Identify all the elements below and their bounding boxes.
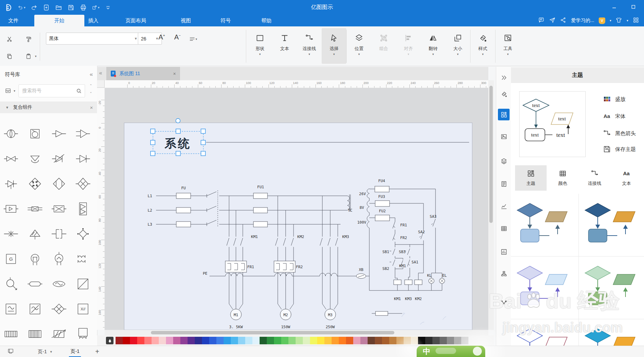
fill-color-icon[interactable] bbox=[106, 337, 114, 344]
copy-icon[interactable] bbox=[4, 51, 14, 61]
color-swatch[interactable] bbox=[260, 337, 267, 344]
skin-dropdown[interactable]: ▾ bbox=[627, 19, 628, 22]
symbol-g-box[interactable]: G bbox=[2, 250, 20, 268]
color-swatch[interactable] bbox=[123, 337, 130, 344]
color-swatch[interactable] bbox=[332, 337, 339, 344]
circuit-label-SA3[interactable]: SA3 bbox=[430, 214, 437, 219]
color-swatch[interactable] bbox=[432, 337, 440, 344]
symbol-triangle-arc[interactable] bbox=[26, 150, 44, 168]
circuit-label-FU4[interactable]: FU4 bbox=[378, 179, 385, 183]
library-dropdown[interactable]: ▾ bbox=[14, 89, 15, 93]
color-swatch[interactable] bbox=[375, 337, 382, 344]
panel-tab-颜色[interactable]: 颜色 bbox=[547, 165, 579, 191]
circuit-label-L3[interactable]: L3 bbox=[147, 222, 152, 227]
symbol-triangle-2in[interactable] bbox=[74, 125, 92, 143]
symbol-coil-box[interactable] bbox=[74, 325, 92, 343]
collapse-toolbar-icon[interactable] bbox=[104, 4, 112, 11]
circuit-label-8V[interactable]: 8V bbox=[359, 205, 364, 210]
color-swatch[interactable] bbox=[389, 337, 396, 344]
symbol-triangle-hatch[interactable] bbox=[26, 225, 44, 243]
decrease-font-icon[interactable]: A− bbox=[174, 33, 181, 41]
color-swatch[interactable] bbox=[353, 337, 360, 344]
color-swatch[interactable] bbox=[245, 337, 252, 344]
symbol-regulator-box[interactable] bbox=[26, 125, 44, 143]
circuit-label-FU3[interactable]: FU3 bbox=[378, 194, 385, 199]
username[interactable]: 爱学习的... bbox=[571, 17, 594, 24]
new-document-icon[interactable] bbox=[43, 4, 50, 11]
page-menu-label[interactable]: 页-1 bbox=[38, 349, 47, 355]
strip-shuffle-icon[interactable] bbox=[498, 297, 510, 309]
scroll-down-icon[interactable]: ⌄ bbox=[87, 90, 95, 96]
color-swatch[interactable] bbox=[238, 337, 245, 344]
symbol-diamond-transistor[interactable] bbox=[74, 175, 92, 193]
symbol-section-header[interactable]: ▼ 复合组件 × bbox=[0, 102, 97, 113]
circuit-label-L2[interactable]: L2 bbox=[147, 208, 152, 213]
color-swatch[interactable] bbox=[152, 337, 159, 344]
cut-icon[interactable] bbox=[4, 34, 14, 44]
strip-apps-grid-icon[interactable] bbox=[498, 109, 510, 120]
color-swatch[interactable] bbox=[188, 337, 195, 344]
symbol-transformer-coils[interactable] bbox=[74, 250, 92, 268]
circuit-label-KM1[interactable]: KM1 bbox=[251, 235, 258, 239]
symbol-valve-bowtie[interactable] bbox=[2, 150, 20, 168]
theme-option-盛放[interactable]: 盛放 bbox=[603, 95, 625, 103]
print-icon[interactable] bbox=[80, 4, 87, 11]
color-swatch[interactable] bbox=[296, 337, 303, 344]
color-swatch[interactable] bbox=[130, 337, 137, 344]
color-swatch[interactable] bbox=[440, 337, 447, 344]
circuit-label-M2[interactable]: M2 bbox=[283, 313, 288, 317]
page-tab[interactable]: 页-1 bbox=[69, 347, 81, 357]
symbol-hatch-arrow-box[interactable] bbox=[50, 325, 68, 343]
circuit-label-KM3[interactable]: KM3 bbox=[342, 235, 349, 239]
strip-picture-icon[interactable] bbox=[498, 131, 510, 142]
color-swatch[interactable] bbox=[339, 337, 346, 344]
circuit-label-FU1[interactable]: FU1 bbox=[257, 185, 264, 189]
open-icon[interactable] bbox=[55, 4, 62, 11]
color-swatch[interactable] bbox=[252, 337, 260, 344]
strip-line-chart-icon[interactable] bbox=[498, 201, 510, 212]
circuit-label-KM2[interactable]: KM2 bbox=[415, 297, 422, 301]
undo-icon[interactable]: ▾ bbox=[18, 4, 25, 11]
circuit-label-SA1[interactable]: SA1 bbox=[412, 260, 418, 264]
strip-bar-chart-icon[interactable] bbox=[498, 246, 510, 258]
circuit-label-250W[interactable]: 250W bbox=[326, 325, 335, 329]
color-swatch[interactable] bbox=[310, 337, 317, 344]
circuit-label-XB[interactable]: XB bbox=[359, 267, 363, 272]
paste-dropdown[interactable]: ▾ bbox=[35, 55, 37, 58]
ribbon-shape-button[interactable]: 形状▾ bbox=[248, 28, 272, 64]
share-icon[interactable] bbox=[560, 17, 567, 25]
font-family-select[interactable]: 黑体▼ bbox=[46, 33, 141, 45]
skin-tshirt-icon[interactable] bbox=[616, 17, 622, 25]
menu-文件[interactable]: 文件 bbox=[3, 15, 23, 26]
send-icon[interactable] bbox=[549, 17, 556, 25]
circuit-label-FR1[interactable]: FR1 bbox=[400, 223, 407, 227]
circuit-label-TC[interactable]: TC bbox=[348, 208, 352, 213]
symbol-box-triangle[interactable] bbox=[2, 200, 20, 218]
ribbon-tools-button[interactable]: 工具▾ bbox=[496, 28, 520, 64]
color-swatch[interactable] bbox=[368, 337, 375, 344]
section-close-icon[interactable]: × bbox=[90, 105, 93, 110]
apps-icon[interactable] bbox=[633, 17, 639, 25]
color-swatch[interactable] bbox=[382, 337, 389, 344]
ribbon-text-button[interactable]: 文本 bbox=[272, 28, 297, 64]
symbol-double-triangle-box[interactable] bbox=[74, 200, 92, 218]
document-tab[interactable]: 系统图 11 × bbox=[106, 67, 180, 80]
add-page-button[interactable]: + bbox=[95, 348, 99, 356]
strip-table-icon[interactable] bbox=[498, 223, 510, 234]
color-swatch[interactable] bbox=[173, 337, 180, 344]
circuit-label-FR1[interactable]: FR1 bbox=[247, 265, 254, 269]
symbol-wave-box[interactable] bbox=[26, 300, 44, 318]
strip-collapse-panel-icon[interactable] bbox=[498, 72, 510, 83]
color-swatch[interactable] bbox=[159, 337, 166, 344]
page-menu-dropdown[interactable]: ▼ bbox=[49, 350, 52, 354]
circuit-label-FU[interactable]: FU bbox=[181, 186, 186, 190]
circuit-label-KM2[interactable]: KM2 bbox=[297, 235, 304, 239]
tabstrip-collapse-icon[interactable]: « bbox=[99, 70, 102, 76]
theme-thumbnail-3[interactable] bbox=[511, 257, 579, 319]
user-dropdown[interactable]: ▾ bbox=[610, 19, 611, 22]
theme-thumbnail-4[interactable] bbox=[579, 257, 644, 319]
color-swatch[interactable] bbox=[144, 337, 152, 344]
color-swatch[interactable] bbox=[396, 337, 404, 344]
circuit-label-FR2[interactable]: FR2 bbox=[296, 265, 303, 269]
redo-icon[interactable] bbox=[30, 4, 38, 11]
